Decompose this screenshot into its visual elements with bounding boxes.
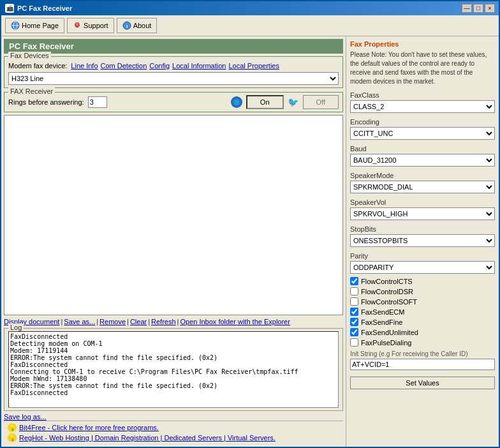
title-bar: 📠 PC Fax Receiver — □ × xyxy=(1,1,499,15)
flow-control-soft-label: FlowControlSOFT xyxy=(361,298,417,306)
encoding-label: Encoding xyxy=(350,118,495,126)
speaker-mode-label: SpeakerMode xyxy=(350,172,495,179)
window-controls: — □ × xyxy=(462,4,495,13)
flow-control-cts-label: FlowControlCTS xyxy=(361,278,413,285)
baud-select[interactable]: BAUD_31200 xyxy=(350,154,495,167)
rings-right: 🌐 On 🐦 Off xyxy=(231,95,339,109)
right-panel: Fax Properties Please Note: You don't ha… xyxy=(346,36,499,447)
open-inbox-link[interactable]: Open Inbox folder with the Explorer xyxy=(180,318,290,325)
support-icon xyxy=(73,21,82,30)
fax-display-area xyxy=(4,115,343,315)
fax-properties-title: Fax Properties xyxy=(350,40,495,48)
fax-receiver-label: FAX Receiver xyxy=(8,87,55,95)
footer-icon-2: 💡 xyxy=(8,433,17,442)
fax-send-unlimited-checkbox[interactable] xyxy=(350,328,358,336)
local-properties-link[interactable]: Local Properties xyxy=(228,62,279,70)
modem-links: Line Info Com Detection Config Local Inf… xyxy=(71,62,279,70)
parity-label: Parity xyxy=(350,252,495,260)
flow-control-cts-checkbox[interactable] xyxy=(350,277,358,285)
title-bar-left: 📠 PC Fax Receiver xyxy=(5,4,72,13)
com-detection-link[interactable]: Com Detection xyxy=(101,62,147,70)
rings-on-off-row: Rings before answering: 🌐 On 🐦 Off xyxy=(8,95,339,109)
modem-device-label: Modem fax device: xyxy=(8,62,67,70)
content-area: PC Fax Receiver Fax Devices Modem fax de… xyxy=(1,36,499,447)
init-string-input[interactable] xyxy=(350,359,495,370)
on-button[interactable]: On xyxy=(246,95,284,109)
save-as-link[interactable]: Save as... xyxy=(64,318,95,325)
save-log-link[interactable]: Save log as... xyxy=(4,413,343,421)
flow-control-dsr-checkbox[interactable] xyxy=(350,287,358,295)
rings-input[interactable] xyxy=(88,96,107,108)
flow-control-dsr-row: FlowControlDSR xyxy=(350,287,495,295)
minimize-button[interactable]: — xyxy=(462,4,472,13)
clear-link[interactable]: Clear xyxy=(130,318,147,325)
off-button[interactable]: Off xyxy=(303,95,339,109)
parity-select[interactable]: ODDPARITY xyxy=(350,261,495,274)
fax-send-unlimited-row: FaxSendUnlimited xyxy=(350,328,495,336)
fax-class-label: FaxClass xyxy=(350,91,495,99)
init-string-label: Init String (e.g For receiving the Calle… xyxy=(350,350,495,357)
footer-link-row-2: 💡 RegHot - Web Hosting | Domain Registra… xyxy=(8,433,339,442)
app-icon: 📠 xyxy=(5,4,14,13)
about-button[interactable]: i About xyxy=(117,18,158,33)
config-link[interactable]: Config xyxy=(149,62,170,70)
flow-control-cts-row: FlowControlCTS xyxy=(350,277,495,285)
toolbar: Home Page Support i About xyxy=(1,15,499,36)
modem-select[interactable]: H323 Line xyxy=(8,72,339,85)
modem-row: Modem fax device: Line Info Com Detectio… xyxy=(8,62,339,70)
window-title: PC Fax Receiver xyxy=(17,4,72,12)
home-page-label: Home Page xyxy=(22,22,59,29)
set-values-button[interactable]: Set Values xyxy=(350,377,495,389)
about-label: About xyxy=(133,22,152,29)
local-information-link[interactable]: Local Information xyxy=(172,62,226,70)
fax-send-fine-row: FaxSendFine xyxy=(350,318,495,326)
stop-bits-label: StopBits xyxy=(350,225,495,233)
about-icon: i xyxy=(122,21,131,30)
footer-link-1[interactable]: Bit4Free - Click here for more free prog… xyxy=(19,424,159,431)
fax-send-fine-checkbox[interactable] xyxy=(350,318,358,326)
fax-devices-group: Fax Devices Modem fax device: Line Info … xyxy=(4,56,343,88)
line-info-link[interactable]: Line Info xyxy=(71,62,98,70)
flow-control-dsr-label: FlowControlDSR xyxy=(361,288,413,295)
footer-icon-1: 💡 xyxy=(8,423,17,432)
rings-label: Rings before answering: xyxy=(8,98,84,106)
fax-class-select[interactable]: CLASS_2 xyxy=(350,100,495,113)
main-window: 📠 PC Fax Receiver — □ × Home Page Suppor… xyxy=(0,0,500,448)
baud-label: Baud xyxy=(350,145,495,153)
app-header: PC Fax Receiver xyxy=(4,39,343,54)
fax-send-ecm-row: FaxSendECM xyxy=(350,308,495,316)
home-icon xyxy=(11,21,20,30)
remove-link[interactable]: Remove xyxy=(99,318,126,325)
fax-send-unlimited-label: FaxSendUnlimited xyxy=(361,329,418,336)
log-label: Log xyxy=(8,324,24,331)
left-panel: PC Fax Receiver Fax Devices Modem fax de… xyxy=(1,36,346,447)
svg-text:i: i xyxy=(126,24,128,29)
fax-send-ecm-label: FaxSendECM xyxy=(361,308,404,316)
speaker-vol-select[interactable]: SPKRVOL_HIGH xyxy=(350,207,495,220)
fax-pulse-dialing-checkbox[interactable] xyxy=(350,338,358,347)
fax-send-ecm-checkbox[interactable] xyxy=(350,308,358,316)
footer-link-2[interactable]: RegHot - Web Hosting | Domain Registrati… xyxy=(19,434,276,442)
flow-control-soft-checkbox[interactable] xyxy=(350,297,358,306)
close-button[interactable]: × xyxy=(485,4,495,13)
maximize-button[interactable]: □ xyxy=(473,4,483,13)
support-label: Support xyxy=(84,22,108,29)
stop-bits-select[interactable]: ONESSTOPBITS xyxy=(350,234,495,247)
flow-control-soft-row: FlowControlSOFT xyxy=(350,297,495,306)
speaker-vol-label: SpeakerVol xyxy=(350,198,495,206)
refresh-link[interactable]: Refresh xyxy=(151,318,176,325)
encoding-select[interactable]: CCITT_UNC xyxy=(350,127,495,140)
log-group: Log FaxDisconnected Detecting modem on C… xyxy=(4,328,343,411)
modem-select-row: H323 Line xyxy=(8,72,339,85)
off-bird-icon: 🐦 xyxy=(288,96,299,108)
fax-pulse-dialing-label: FaxPulseDialing xyxy=(361,339,411,347)
fax-send-fine-label: FaxSendFine xyxy=(361,318,402,326)
support-button[interactable]: Support xyxy=(67,18,114,33)
fax-devices-label: Fax Devices xyxy=(8,52,51,59)
home-page-button[interactable]: Home Page xyxy=(5,18,64,33)
action-links: Display document | Save as... | Remove |… xyxy=(4,318,343,325)
rings-left: Rings before answering: xyxy=(8,96,107,108)
speaker-mode-select[interactable]: SPKRMODE_DIAL xyxy=(350,181,495,193)
footer-link-row-1: 💡 Bit4Free - Click here for more free pr… xyxy=(8,423,339,432)
footer-links: 💡 Bit4Free - Click here for more free pr… xyxy=(4,421,343,444)
